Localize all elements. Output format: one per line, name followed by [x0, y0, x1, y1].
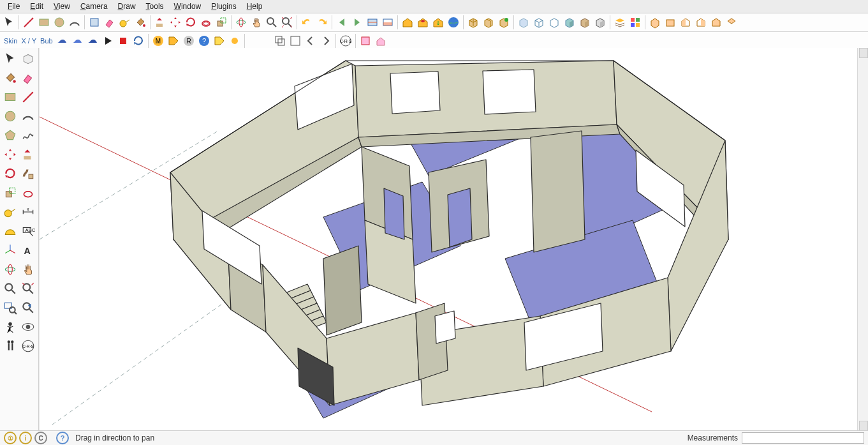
plugin-refresh[interactable]: [131, 33, 146, 49]
status-icon-1[interactable]: ①: [4, 432, 17, 444]
push-pull-tool[interactable]: [152, 15, 168, 30]
redo-button[interactable]: [314, 15, 330, 30]
rail-rotate[interactable]: [2, 165, 18, 182]
styles-button[interactable]: [628, 15, 643, 30]
plugin-clip[interactable]: [288, 33, 303, 49]
zoom-tool[interactable]: [264, 15, 279, 30]
shaded-textures-style[interactable]: [577, 15, 592, 30]
offset-tool[interactable]: [198, 15, 214, 30]
rail-orbit[interactable]: [2, 261, 18, 278]
rail-text[interactable]: ABC: [20, 223, 36, 239]
line-tool[interactable]: [21, 15, 36, 30]
rail-look-around[interactable]: [20, 319, 36, 335]
top-view[interactable]: [663, 15, 678, 30]
move-tool[interactable]: [168, 15, 183, 30]
left-view[interactable]: [724, 15, 739, 30]
shaded-style[interactable]: [562, 15, 577, 30]
rail-scale[interactable]: [2, 185, 18, 201]
rail-position-camera[interactable]: [2, 319, 18, 335]
viewport-3d[interactable]: [39, 48, 868, 431]
select-tool[interactable]: [1, 15, 17, 30]
menu-camera[interactable]: Camera: [75, 1, 113, 12]
plugin-help[interactable]: ?: [196, 33, 212, 49]
plugin-house[interactable]: [373, 33, 388, 49]
eraser-tool[interactable]: [102, 15, 117, 30]
rail-freehand[interactable]: [20, 127, 36, 144]
menu-help[interactable]: Help: [242, 1, 268, 12]
section-plane-tool[interactable]: [365, 15, 380, 30]
box-3-button[interactable]: [496, 15, 511, 30]
rail-walk[interactable]: [2, 338, 18, 354]
plugin-tag[interactable]: [166, 33, 181, 49]
xray-style[interactable]: [516, 15, 531, 30]
plugin-next[interactable]: [318, 33, 334, 49]
iso-view[interactable]: [647, 15, 663, 30]
rail-pan[interactable]: [20, 261, 36, 278]
arc-tool[interactable]: [67, 15, 82, 30]
back-view[interactable]: [709, 15, 724, 30]
menu-plugins[interactable]: Plugins: [206, 1, 241, 12]
orbit-tool[interactable]: [233, 15, 249, 30]
rail-protractor[interactable]: [2, 223, 18, 239]
plugin-cut-red[interactable]: [358, 33, 373, 49]
right-view[interactable]: [693, 15, 709, 30]
rail-select[interactable]: [2, 50, 18, 67]
plugin-sun[interactable]: [227, 33, 242, 49]
make-component[interactable]: [87, 15, 102, 30]
rail-eraser[interactable]: [20, 70, 36, 86]
rail-paint[interactable]: [2, 70, 18, 86]
plugin-shoe-1[interactable]: [54, 33, 70, 49]
rail-rect[interactable]: [2, 89, 18, 105]
rail-tape[interactable]: [2, 204, 18, 220]
rail-zoom[interactable]: [2, 280, 18, 297]
plugin-play[interactable]: [100, 33, 115, 49]
rectangle-tool[interactable]: [36, 15, 52, 30]
rail-section[interactable]: C·R·S: [20, 338, 36, 354]
get-models-button[interactable]: [430, 15, 446, 30]
menu-view[interactable]: View: [48, 1, 75, 12]
rail-zoom-extents[interactable]: [20, 280, 36, 297]
plugin-crs[interactable]: C·R·S: [338, 33, 353, 49]
rail-cube[interactable]: [20, 50, 36, 67]
3d-warehouse-button[interactable]: [400, 15, 415, 30]
plugin-back[interactable]: [303, 33, 318, 49]
rail-polygon[interactable]: [2, 127, 18, 144]
menu-window[interactable]: Window: [169, 1, 207, 12]
status-icon-2[interactable]: i: [19, 432, 32, 444]
rail-3dtext[interactable]: A: [20, 242, 36, 259]
menu-draw[interactable]: Draw: [113, 1, 141, 12]
box-1-button[interactable]: [466, 15, 481, 30]
scale-tool[interactable]: [214, 15, 229, 30]
pan-tool[interactable]: [249, 15, 264, 30]
rotate-tool[interactable]: [183, 15, 198, 30]
paint-bucket-tool[interactable]: [133, 15, 148, 30]
wireframe-style[interactable]: [531, 15, 547, 30]
rail-followme[interactable]: [20, 165, 36, 182]
model-canvas[interactable]: [40, 48, 862, 431]
measurements-input[interactable]: [742, 432, 864, 444]
plugin-outline[interactable]: [272, 33, 288, 49]
section-display-button[interactable]: [380, 15, 395, 30]
plugin-stop[interactable]: [115, 33, 131, 49]
google-earth-button[interactable]: [446, 15, 461, 30]
tape-measure-tool[interactable]: [117, 15, 133, 30]
circle-tool[interactable]: [52, 15, 67, 30]
hidden-line-style[interactable]: [547, 15, 562, 30]
plugin-m[interactable]: M: [151, 33, 166, 49]
rail-dimension[interactable]: x: [20, 204, 36, 220]
menu-edit[interactable]: Edit: [25, 1, 48, 12]
rail-previous[interactable]: [20, 299, 36, 316]
box-2-button[interactable]: [481, 15, 496, 30]
rail-line[interactable]: [20, 89, 36, 105]
monochrome-style[interactable]: [592, 15, 608, 30]
layers-button[interactable]: [612, 15, 628, 30]
menu-tools[interactable]: Tools: [141, 1, 169, 12]
menu-file[interactable]: File: [3, 1, 25, 12]
status-icon-3[interactable]: C: [34, 432, 47, 444]
rail-pushpull[interactable]: [20, 146, 36, 163]
rail-move[interactable]: [2, 146, 18, 163]
zoom-extents-tool[interactable]: [279, 15, 295, 30]
front-view[interactable]: [678, 15, 693, 30]
plugin-shoe-2[interactable]: [70, 33, 85, 49]
rail-offset[interactable]: [20, 185, 36, 201]
